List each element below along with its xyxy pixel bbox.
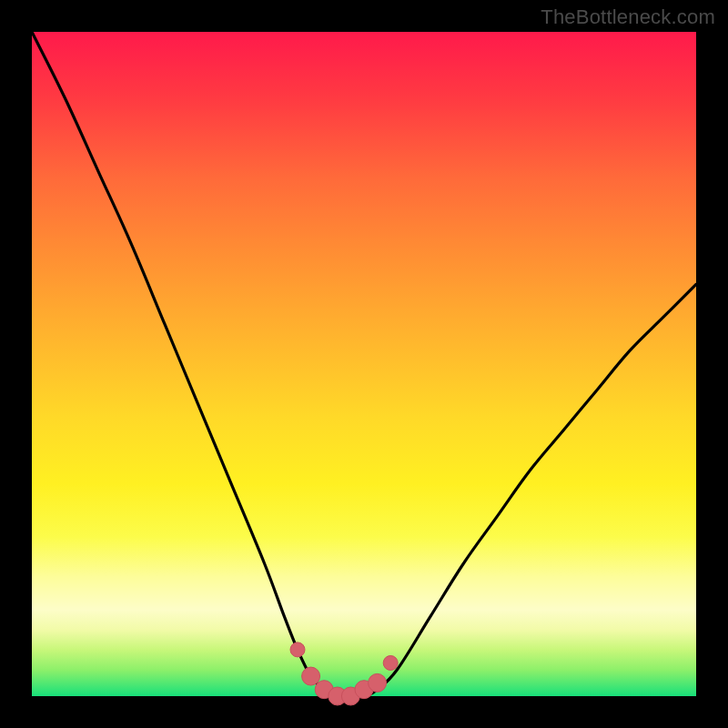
trough-marker <box>290 642 305 657</box>
trough-markers <box>290 642 398 705</box>
trough-marker <box>383 656 398 671</box>
bottleneck-curve <box>32 32 696 697</box>
curve-layer <box>32 32 696 696</box>
trough-marker <box>369 673 387 692</box>
chart-stage: TheBottleneck.com <box>0 0 728 728</box>
plot-area <box>32 32 696 696</box>
watermark-text: TheBottleneck.com <box>541 5 715 29</box>
trough-marker <box>302 667 320 685</box>
